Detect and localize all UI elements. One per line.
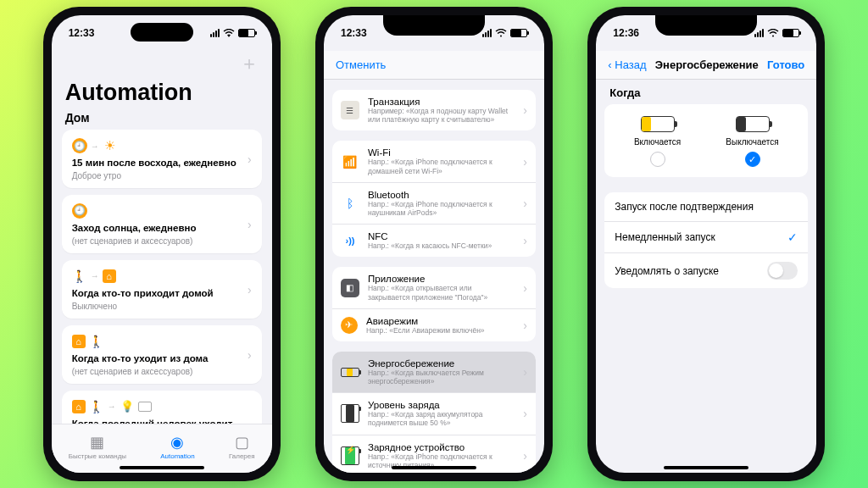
- person-icon: 🚶: [89, 399, 104, 414]
- trigger-row-lowpower[interactable]: ЭнергосбережениеНапр.: «Когда выключаетс…: [332, 352, 536, 393]
- option-notify-on-run[interactable]: Уведомлять о запуске: [604, 253, 808, 288]
- battery-on-icon: [641, 116, 675, 132]
- page-title: Automation: [52, 80, 272, 111]
- airplane-icon: ✈: [341, 317, 358, 334]
- automation-card[interactable]: 🕘 Заход солнца, ежедневно (нет сценариев…: [62, 195, 262, 253]
- chevron-icon: ›: [523, 281, 527, 295]
- trigger-row-transaction[interactable]: ☰ ТранзакцияНапример: «Когда я подношу к…: [332, 90, 536, 130]
- chevron-icon: ›: [248, 348, 252, 362]
- chevron-icon: ›: [523, 234, 527, 247]
- person-icon: 🚶: [89, 334, 104, 349]
- home-icon: ⌂: [72, 400, 86, 413]
- toggle-switch[interactable]: [767, 262, 798, 280]
- done-button[interactable]: Готово: [767, 58, 804, 71]
- chevron-icon: ›: [523, 319, 527, 332]
- chevron-icon: ›: [248, 152, 252, 166]
- chevron-icon: ›: [523, 197, 527, 210]
- radio-on[interactable]: ✓: [745, 152, 760, 167]
- battery-icon: [510, 29, 527, 37]
- battery-icon: [238, 29, 255, 37]
- automation-card[interactable]: ⌂🚶→💡 Когда последний человек уходит из д…: [62, 391, 262, 424]
- sun-icon: ☀: [103, 138, 118, 153]
- section-header: Дом: [52, 111, 272, 130]
- battery-icon: [782, 29, 799, 37]
- nfc-icon: ›)): [341, 231, 359, 250]
- tab-automation[interactable]: ◉Automation: [160, 433, 194, 460]
- charger-icon: [341, 446, 359, 465]
- option-turns-off[interactable]: Выключается ✓: [726, 116, 778, 167]
- notch: [655, 15, 757, 36]
- chevron-icon: ›: [523, 103, 527, 117]
- trigger-row-bluetooth[interactable]: ᛒ BluetoothНапр.: «Когда iPhone подключа…: [332, 183, 536, 225]
- wifi-icon: [767, 29, 779, 37]
- cancel-button[interactable]: Отменить: [336, 58, 386, 71]
- cellular-icon: [210, 29, 220, 37]
- phone-3: 12:36 ‹ Назад Энергосбережение Готово Ко…: [587, 7, 825, 481]
- chevron-icon: ›: [523, 155, 527, 169]
- clock: 12:36: [613, 27, 639, 39]
- low-power-icon: [341, 368, 359, 377]
- tab-shortcuts[interactable]: ▦Быстрые команды: [69, 433, 126, 460]
- svg-point-2: [772, 36, 774, 37]
- trigger-row-wifi[interactable]: 📶 Wi-FiНапр.: «Когда iPhone подключается…: [332, 141, 536, 182]
- section-header: Когда: [604, 80, 808, 104]
- option-run-immediately[interactable]: Немедленный запуск✓: [604, 222, 808, 253]
- add-button[interactable]: ＋: [240, 51, 259, 76]
- chevron-icon: ›: [248, 283, 252, 297]
- clock-icon: 🕘: [72, 138, 87, 153]
- option-ask-before-run[interactable]: Запуск после подтверждения: [604, 192, 808, 222]
- wallet-icon: ☰: [341, 101, 359, 119]
- person-icon: 🚶: [72, 269, 87, 284]
- battery-level-icon: [341, 404, 359, 423]
- home-indicator[interactable]: [392, 466, 476, 469]
- automation-card[interactable]: ⌂🚶 Когда кто-то уходит из дома (нет сцен…: [62, 325, 262, 384]
- checkmark-icon: ✓: [787, 230, 798, 244]
- when-options: Включается Выключается ✓: [604, 104, 808, 177]
- home-icon: ⌂: [72, 335, 86, 348]
- nav-title: Энергосбережение: [655, 58, 759, 71]
- wifi-icon: [495, 29, 507, 37]
- home-indicator[interactable]: [664, 466, 748, 469]
- app-icon: ◧: [341, 279, 359, 297]
- trigger-row-airplane[interactable]: ✈ АвиарежимНапр.: «Если Авиарежим включё…: [332, 309, 536, 341]
- radio-off[interactable]: [650, 152, 665, 167]
- clock: 12:33: [69, 27, 95, 39]
- home-indicator[interactable]: [120, 466, 204, 469]
- display-icon: [138, 402, 152, 412]
- phone-2: 12:33 Отменить ☰ ТранзакцияНапример: «Ко…: [315, 7, 553, 481]
- chevron-icon: ›: [248, 218, 252, 231]
- chevron-icon: ›: [523, 365, 527, 379]
- notch: [383, 15, 485, 36]
- automation-card[interactable]: 🕘→☀ 15 мин после восхода, ежедневно Добр…: [62, 130, 262, 188]
- wifi-icon: 📶: [341, 152, 359, 171]
- bluetooth-icon: ᛒ: [341, 194, 359, 213]
- option-turns-on[interactable]: Включается: [634, 116, 681, 167]
- cellular-icon: [482, 29, 492, 37]
- clock-icon: 🕘: [72, 203, 87, 219]
- automation-card[interactable]: 🚶→⌂ Когда кто-то приходит домой Выключен…: [62, 260, 262, 319]
- dynamic-island: [131, 23, 193, 42]
- home-icon: ⌂: [103, 269, 116, 283]
- svg-point-1: [500, 36, 502, 37]
- chevron-icon: ›: [523, 407, 527, 420]
- battery-off-icon: [736, 116, 770, 132]
- tab-gallery[interactable]: ▢Галерея: [229, 433, 255, 460]
- trigger-row-app[interactable]: ◧ ПриложениеНапр.: «Когда открывается ил…: [332, 267, 536, 308]
- wifi-icon: [223, 29, 235, 37]
- bulb-icon: 💡: [120, 399, 135, 414]
- nav-bar: Отменить: [324, 51, 544, 80]
- back-button[interactable]: ‹ Назад: [608, 58, 646, 71]
- clock: 12:33: [341, 27, 367, 39]
- svg-point-0: [228, 36, 230, 37]
- trigger-row-battery-level[interactable]: Уровень зарядаНапр.: «Когда заряд аккуму…: [332, 393, 536, 435]
- chevron-icon: ›: [523, 449, 527, 463]
- phone-1: 12:33 ＋ Automation Дом 🕘→☀ 15 мин после …: [43, 7, 281, 481]
- trigger-row-nfc[interactable]: ›)) NFCНапр.: «Когда я касаюсь NFC-метки…: [332, 225, 536, 257]
- cellular-icon: [754, 29, 764, 37]
- nav-bar: ‹ Назад Энергосбережение Готово: [596, 51, 816, 80]
